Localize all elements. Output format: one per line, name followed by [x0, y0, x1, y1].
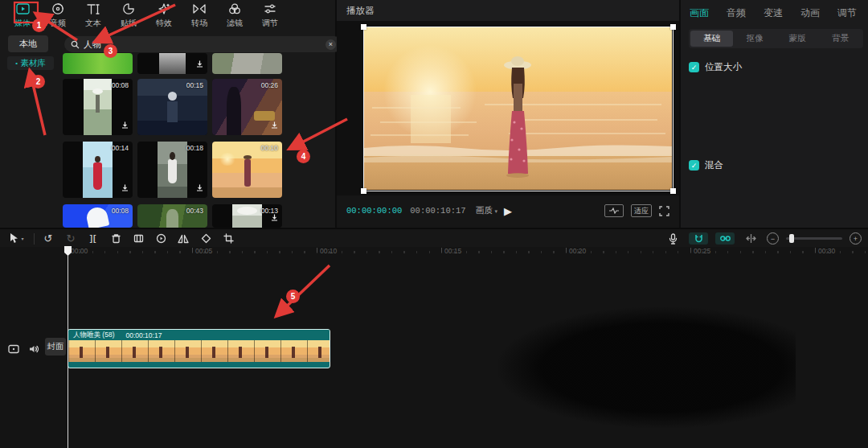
- zoom-out-button[interactable]: −: [767, 232, 779, 245]
- subtab-cutout[interactable]: 抠像: [733, 31, 776, 47]
- ruler-label: 00:15: [444, 247, 461, 255]
- original-sound-icon[interactable]: [604, 204, 624, 217]
- timeline-zoom-slider[interactable]: [786, 237, 842, 240]
- playhead-handle[interactable]: [63, 245, 72, 257]
- toolbar-tab-label: 滤镜: [217, 18, 252, 29]
- duration-badge: 00:43: [186, 207, 203, 215]
- playhead-line[interactable]: [68, 247, 68, 448]
- resize-handle-br[interactable]: [670, 188, 676, 194]
- rotate-button[interactable]: [197, 230, 215, 248]
- download-icon[interactable]: [196, 180, 203, 195]
- search-icon: [71, 40, 80, 49]
- download-icon[interactable]: [271, 210, 278, 224]
- toolbar-tab-adjust[interactable]: 调节: [252, 2, 288, 29]
- resize-handle-tr[interactable]: [670, 24, 676, 30]
- track-mute-icon[interactable]: [29, 343, 39, 357]
- zoom-slider-knob[interactable]: [789, 234, 794, 243]
- subtab-background[interactable]: 背景: [819, 31, 862, 47]
- transitions-icon: [182, 2, 217, 16]
- thumbnail-detail: [227, 87, 241, 135]
- sidebar-item-library[interactable]: • 素材库: [7, 56, 54, 70]
- player-canvas[interactable]: [337, 21, 679, 195]
- clear-search-icon[interactable]: ×: [326, 39, 336, 50]
- quality-dropdown[interactable]: 画质 ▾: [476, 205, 497, 216]
- fit-button[interactable]: 适应: [631, 204, 652, 217]
- sidebar-item-local[interactable]: 本地: [8, 35, 48, 52]
- media-thumbnail[interactable]: [212, 53, 282, 74]
- track-preview-toggle-icon[interactable]: [8, 343, 19, 357]
- tab-audio[interactable]: 音频: [727, 6, 746, 20]
- position-size-header: ✓ 位置大小: [689, 61, 742, 73]
- toolbar-tab-filters[interactable]: 滤镜: [217, 2, 252, 29]
- timeline-clip-selected[interactable]: 人物唯美 (58) 00:00:10:17: [68, 329, 330, 368]
- media-thumbnail-sunset-selected[interactable]: 00:10: [212, 142, 282, 198]
- undo-button[interactable]: ↺: [39, 230, 57, 248]
- media-thumbnail[interactable]: 00:14: [63, 142, 133, 198]
- record-voiceover-button[interactable]: [664, 230, 682, 248]
- tab-picture[interactable]: 画面: [690, 6, 709, 20]
- subtab-mask[interactable]: 蒙版: [776, 31, 819, 47]
- player-video-frame[interactable]: [363, 27, 674, 191]
- thumbnail-image: [212, 53, 282, 74]
- toolbar-tab-label: 调节: [252, 18, 288, 29]
- preview-axis-button[interactable]: [742, 230, 760, 248]
- blend-header: ✓ 混合: [689, 159, 723, 171]
- download-icon[interactable]: [121, 117, 129, 132]
- fullscreen-icon[interactable]: [659, 206, 669, 216]
- subtab-basic[interactable]: 基础: [690, 31, 733, 47]
- checkbox-checked-icon[interactable]: ✓: [689, 62, 699, 72]
- media-thumbnail[interactable]: 00:08: [63, 79, 133, 135]
- toolbar-tab-transitions[interactable]: 转场: [182, 2, 217, 29]
- play-button[interactable]: ▶: [504, 205, 512, 217]
- zoom-in-button[interactable]: +: [850, 232, 862, 245]
- magnet-snap-toggle[interactable]: [689, 232, 708, 245]
- thumbnail-detail: [219, 153, 236, 166]
- download-icon[interactable]: [121, 180, 129, 195]
- annotation-number-4: 4: [297, 150, 310, 163]
- download-icon[interactable]: [271, 117, 278, 132]
- checkbox-checked-icon[interactable]: ✓: [689, 160, 699, 171]
- media-thumbnail[interactable]: 00:43: [137, 204, 207, 228]
- tab-speed[interactable]: 变速: [764, 6, 783, 20]
- media-thumbnail[interactable]: [137, 53, 207, 74]
- media-thumbnail[interactable]: 00:26: [212, 79, 282, 135]
- thumbnail-detail: [167, 101, 178, 122]
- mirror-button[interactable]: [174, 230, 192, 248]
- split-button[interactable]: ][: [84, 230, 102, 248]
- cover-button[interactable]: 封面: [45, 338, 66, 356]
- resize-handle-bl[interactable]: [361, 188, 366, 194]
- thumbnail-detail: [95, 156, 100, 162]
- toolbar-tab-text[interactable]: 文本: [76, 2, 111, 29]
- clip-filmstrip: [68, 340, 330, 362]
- text-icon: [76, 2, 111, 16]
- search-query: 人物: [84, 39, 321, 51]
- delete-button[interactable]: [107, 230, 125, 248]
- annotation-number-5: 5: [286, 290, 300, 303]
- download-icon[interactable]: [196, 56, 203, 71]
- media-thumbnail[interactable]: [63, 53, 133, 74]
- annotation-number-2: 2: [31, 75, 45, 88]
- timeline-area: 00:00 00:05 00:10 00:15 00:20 00:25 00:3…: [0, 247, 868, 448]
- sunset-beach-video: [364, 27, 672, 190]
- freeze-frame-button[interactable]: [129, 230, 147, 248]
- toolbar-tab-effects[interactable]: 特效: [146, 2, 182, 29]
- media-thumbnail[interactable]: 00:08: [63, 204, 133, 228]
- link-toggle[interactable]: [715, 232, 735, 245]
- crop-button[interactable]: [219, 230, 237, 248]
- media-thumbnail[interactable]: 00:13: [212, 204, 282, 228]
- select-tool-button[interactable]: ▾: [5, 230, 29, 248]
- ruler-label: 00:05: [195, 247, 212, 255]
- media-thumbnail[interactable]: 00:18: [137, 142, 207, 198]
- toolbar-tab-sticker[interactable]: 贴纸: [111, 2, 146, 29]
- dark-blob-artifact: [498, 307, 796, 428]
- media-thumbnail[interactable]: 00:15: [137, 79, 207, 135]
- thumbnail-detail: [168, 159, 177, 183]
- thumbnail-image: [63, 53, 133, 74]
- resize-handle-tl[interactable]: [361, 24, 366, 30]
- player-panel: 播放器: [337, 0, 679, 228]
- tab-animation[interactable]: 动画: [800, 6, 820, 20]
- tab-adjust[interactable]: 调节: [837, 6, 857, 20]
- reverse-button[interactable]: [152, 230, 170, 248]
- ruler-label: 00:20: [569, 247, 586, 255]
- timeline-ruler[interactable]: 00:00 00:05 00:10 00:15 00:20 00:25 00:3…: [0, 247, 868, 259]
